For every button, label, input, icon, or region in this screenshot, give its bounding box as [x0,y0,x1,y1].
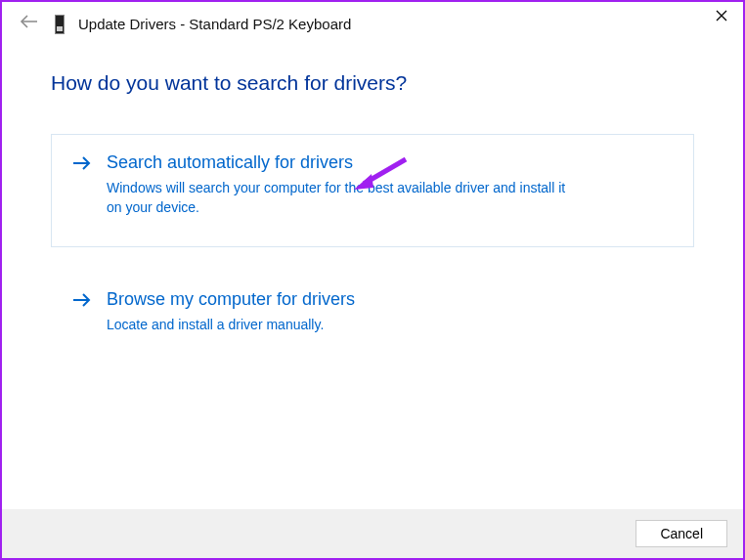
option-desc: Locate and install a driver manually. [107,316,576,335]
cancel-button[interactable]: Cancel [635,520,727,547]
option-title: Browse my computer for drivers [107,289,674,310]
option-desc: Windows will search your computer for th… [107,179,576,217]
device-icon [55,15,65,34]
arrow-right-icon [71,152,93,217]
back-arrow-icon[interactable] [18,12,41,36]
content-area: How do you want to search for drivers? S… [2,44,743,366]
header-bar: Update Drivers - Standard PS/2 Keyboard [2,2,743,44]
page-heading: How do you want to search for drivers? [51,71,694,95]
option-title: Search automatically for drivers [107,152,674,173]
close-icon[interactable] [710,6,733,27]
option-browse-computer[interactable]: Browse my computer for drivers Locate an… [51,271,694,366]
window-title: Update Drivers - Standard PS/2 Keyboard [78,16,351,32]
option-search-automatically[interactable]: Search automatically for drivers Windows… [51,134,694,247]
footer-bar: Cancel [2,509,743,558]
arrow-right-icon [71,289,93,335]
